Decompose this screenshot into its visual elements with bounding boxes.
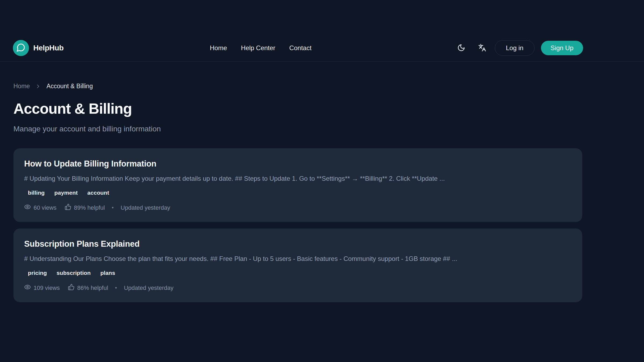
views-stat: 60 views <box>24 204 57 212</box>
article-excerpt: # Understanding Our Plans Choose the pla… <box>24 255 572 263</box>
nav-link-contact[interactable]: Contact <box>289 44 312 52</box>
header-actions: Log in Sign Up <box>455 40 583 56</box>
tag-row: pricing subscription plans <box>24 270 572 276</box>
brand-name: HelpHub <box>33 44 64 52</box>
page-subtitle: Manage your account and billing informat… <box>13 125 582 133</box>
translate-icon <box>478 44 486 53</box>
article-excerpt: # Updating Your Billing Information Keep… <box>24 175 572 183</box>
nav-link-home[interactable]: Home <box>210 44 227 52</box>
helpful-percent: 86% helpful <box>77 285 108 291</box>
page-content: Home Account & Billing Account & Billing… <box>13 83 582 302</box>
article-meta: 109 views 86% helpful • Updated yesterda… <box>24 284 572 292</box>
tag-row: billing payment account <box>24 190 572 196</box>
helpful-percent: 89% helpful <box>74 204 105 211</box>
brand-logo[interactable]: HelpHub <box>13 40 64 56</box>
login-button[interactable]: Log in <box>495 40 534 56</box>
updated-text: Updated yesterday <box>121 204 170 211</box>
theme-toggle-button[interactable] <box>455 41 468 55</box>
tag-subscription[interactable]: subscription <box>57 270 91 276</box>
tag-pricing[interactable]: pricing <box>28 270 47 276</box>
meta-dot-separator: • <box>115 285 117 291</box>
meta-dot-separator: • <box>112 205 114 211</box>
eye-icon <box>24 284 31 292</box>
logo-circle <box>13 40 29 56</box>
article-list: How to Update Billing Information # Upda… <box>13 148 582 302</box>
tag-payment[interactable]: payment <box>54 190 78 196</box>
tag-billing[interactable]: billing <box>28 190 45 196</box>
language-button[interactable] <box>475 41 489 55</box>
top-navbar: HelpHub Home Help Center Contact <box>0 0 644 62</box>
moon-icon <box>457 44 465 53</box>
page-title: Account & Billing <box>13 100 582 117</box>
views-count: 109 views <box>34 285 60 291</box>
thumbs-up-icon <box>65 204 71 212</box>
eye-icon <box>24 204 31 212</box>
helpful-stat: 86% helpful <box>68 284 108 292</box>
tag-account[interactable]: account <box>87 190 109 196</box>
article-title: How to Update Billing Information <box>24 159 572 169</box>
article-title: Subscription Plans Explained <box>24 239 572 249</box>
speech-bubble-icon <box>16 43 25 53</box>
thumbs-up-icon <box>68 284 75 292</box>
article-meta: 60 views 89% helpful • Updated yesterday <box>24 204 572 212</box>
chevron-right-icon <box>35 83 41 89</box>
signup-button[interactable]: Sign Up <box>541 41 583 55</box>
article-card-subscription-plans[interactable]: Subscription Plans Explained # Understan… <box>13 228 582 302</box>
breadcrumb-home-link[interactable]: Home <box>13 83 30 90</box>
tag-plans[interactable]: plans <box>100 270 115 276</box>
nav-link-help-center[interactable]: Help Center <box>241 44 275 52</box>
views-stat: 109 views <box>24 284 60 292</box>
main-nav: Home Help Center Contact <box>210 44 312 52</box>
article-card-billing-info[interactable]: How to Update Billing Information # Upda… <box>13 148 582 222</box>
views-count: 60 views <box>34 204 57 211</box>
breadcrumb: Home Account & Billing <box>13 83 582 90</box>
navbar-inner: HelpHub Home Help Center Contact <box>13 38 583 58</box>
helpful-stat: 89% helpful <box>65 204 105 212</box>
breadcrumb-current: Account & Billing <box>46 83 93 90</box>
updated-text: Updated yesterday <box>124 285 174 291</box>
